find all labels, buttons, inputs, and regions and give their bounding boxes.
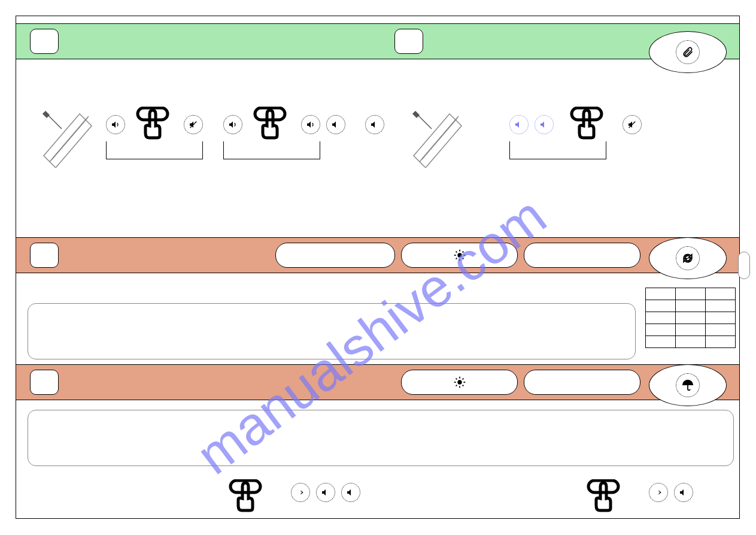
press-icon-4 xyxy=(227,479,263,512)
oval-paperclip[interactable] xyxy=(649,31,727,73)
refresh-icon xyxy=(682,252,694,264)
oval-refresh[interactable] xyxy=(649,237,727,279)
pill-3 xyxy=(524,370,640,395)
svg-point-14 xyxy=(457,380,462,384)
side-tab[interactable] xyxy=(738,252,750,279)
oval-umbrella[interactable] xyxy=(649,364,727,406)
umbrella-icon xyxy=(681,379,694,392)
press-icon-2 xyxy=(252,107,288,140)
bracket-3 xyxy=(509,141,606,159)
svg-line-22 xyxy=(462,379,463,380)
mute-icon-2 xyxy=(623,115,642,134)
box-left-1 xyxy=(30,29,59,54)
pill-2 xyxy=(524,243,640,268)
speaker-icon-4 xyxy=(326,115,345,134)
mute-icon-1 xyxy=(184,115,203,134)
box-3 xyxy=(30,370,59,395)
speaker-icon-7 xyxy=(535,115,554,134)
arrow-icon-1 xyxy=(291,483,310,502)
bracket-1 xyxy=(106,141,203,159)
umbrella-circle xyxy=(676,373,700,397)
header-green xyxy=(16,23,739,59)
grid-icon xyxy=(645,288,736,347)
press-icon-3 xyxy=(569,107,605,140)
speaker-icon-3 xyxy=(301,115,320,134)
press-icon-5 xyxy=(585,479,621,512)
speaker-icon-8 xyxy=(316,483,335,502)
pill-sun-2 xyxy=(401,370,518,395)
pill-1 xyxy=(275,243,395,268)
svg-line-10 xyxy=(456,252,457,253)
speaker-icon-5 xyxy=(365,115,384,134)
content-box-2 xyxy=(28,410,734,466)
content-box-1 xyxy=(28,303,636,359)
pill-sun-1 xyxy=(401,243,518,268)
svg-line-20 xyxy=(462,385,463,386)
svg-line-11 xyxy=(462,258,463,259)
device-icon-1 xyxy=(29,84,95,168)
svg-line-21 xyxy=(456,385,457,386)
speaker-icon-10 xyxy=(674,483,693,502)
speaker-icon-1 xyxy=(106,115,125,134)
paperclip-icon xyxy=(682,46,694,58)
sun-icon-2 xyxy=(453,376,466,389)
device-icon-2 xyxy=(399,84,464,168)
svg-line-12 xyxy=(456,258,457,259)
speaker-icon-9 xyxy=(341,483,360,502)
press-icon-1 xyxy=(135,107,171,140)
speaker-icon-6 xyxy=(509,115,529,134)
speaker-icon-2 xyxy=(223,115,242,134)
box-2 xyxy=(30,243,59,268)
box-right-1 xyxy=(394,29,423,54)
refresh-circle xyxy=(676,246,700,270)
svg-point-5 xyxy=(457,253,462,257)
sun-icon-1 xyxy=(453,249,466,262)
svg-line-19 xyxy=(456,379,457,380)
svg-line-13 xyxy=(462,252,463,253)
bracket-2 xyxy=(223,141,320,159)
paperclip-circle xyxy=(676,40,700,64)
arrow-icon-2 xyxy=(649,483,668,502)
